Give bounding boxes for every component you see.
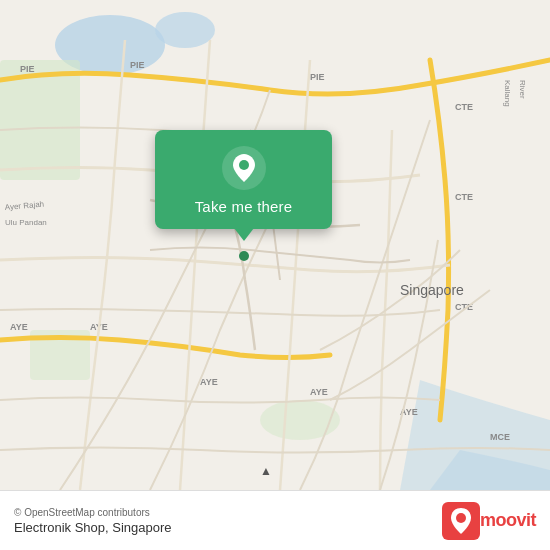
take-me-there-button[interactable]: Take me there bbox=[195, 198, 293, 215]
svg-text:AYE: AYE bbox=[310, 387, 328, 397]
location-pin-icon bbox=[222, 146, 266, 190]
map-container: PIE PIE PIE CTE CTE CTE AYE AYE AYE AYE … bbox=[0, 0, 550, 490]
moovit-logo: moovit bbox=[442, 502, 536, 540]
svg-text:CTE: CTE bbox=[455, 102, 473, 112]
moovit-icon bbox=[442, 502, 480, 540]
svg-text:CTE: CTE bbox=[455, 192, 473, 202]
svg-text:Kallang: Kallang bbox=[503, 80, 512, 107]
svg-point-5 bbox=[260, 400, 340, 440]
map-svg: PIE PIE PIE CTE CTE CTE AYE AYE AYE AYE … bbox=[0, 0, 550, 490]
osm-attribution: © OpenStreetMap contributors bbox=[14, 507, 172, 518]
moovit-brand-text: moovit bbox=[480, 510, 536, 531]
svg-text:PIE: PIE bbox=[130, 60, 145, 70]
svg-point-23 bbox=[239, 251, 249, 261]
svg-point-27 bbox=[456, 513, 466, 523]
svg-text:Ulu Pandan: Ulu Pandan bbox=[5, 218, 47, 227]
svg-text:River: River bbox=[518, 80, 527, 99]
svg-text:PIE: PIE bbox=[20, 64, 35, 74]
svg-text:MCE: MCE bbox=[490, 432, 510, 442]
svg-point-2 bbox=[155, 12, 215, 48]
bottom-left-info: © OpenStreetMap contributors Electronik … bbox=[14, 507, 172, 535]
svg-point-25 bbox=[239, 160, 249, 170]
bottom-bar: © OpenStreetMap contributors Electronik … bbox=[0, 490, 550, 550]
svg-text:Singapore: Singapore bbox=[400, 282, 464, 298]
compass-indicator: ▲ bbox=[260, 464, 272, 478]
location-label: Electronik Shop, Singapore bbox=[14, 520, 172, 535]
svg-text:AYE: AYE bbox=[200, 377, 218, 387]
svg-text:AYE: AYE bbox=[10, 322, 28, 332]
popup-card: Take me there bbox=[155, 130, 332, 229]
svg-text:PIE: PIE bbox=[310, 72, 325, 82]
